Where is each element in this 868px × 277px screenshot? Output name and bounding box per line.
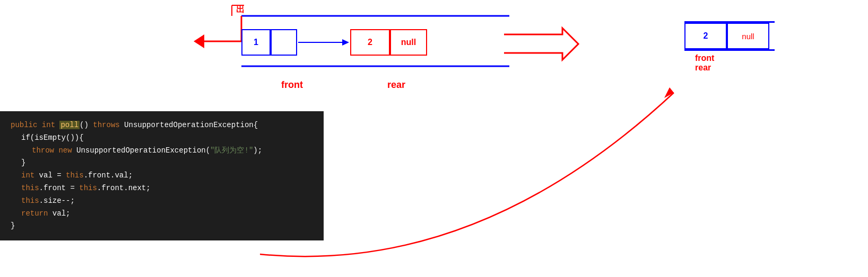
diagram-area: 出 1 2 null front rear 2 null front rear … (0, 0, 868, 277)
code-line-1: public int poll() throws UnsupportedOper… (11, 119, 313, 132)
code-line-9: } (11, 220, 313, 233)
result-node-next: null (727, 23, 769, 49)
node-2: 2 null (350, 29, 427, 56)
svg-marker-6 (342, 39, 349, 46)
result-bottom-line (684, 49, 775, 51)
code-line-6: this.front = this.front.next; (21, 182, 313, 195)
code-line-3: throw new UnsupportedOperationException(… (32, 145, 313, 157)
node1-next (271, 29, 297, 56)
label-rear: rear (387, 79, 405, 91)
result-node-val: 2 (684, 23, 727, 49)
result-label-rear: rear (695, 63, 775, 73)
code-line-2: if(isEmpty()){ (21, 132, 313, 145)
code-line-8: return val; (21, 208, 313, 220)
svg-marker-3 (194, 34, 204, 48)
label-out: 出 (236, 4, 245, 15)
result-queue: 2 null front rear (684, 21, 775, 73)
code-line-7: this.size--; (21, 195, 313, 208)
svg-marker-8 (664, 87, 674, 98)
code-line-5: int val = this.front.val; (21, 169, 313, 182)
label-front: front (281, 79, 303, 91)
node2-val: 2 (350, 29, 390, 56)
svg-rect-7 (504, 36, 562, 52)
node1-val: 1 (241, 29, 271, 56)
result-cells: 2 null (684, 23, 775, 49)
result-label-front: front (695, 53, 775, 63)
code-block: public int poll() throws UnsupportedOper… (0, 111, 324, 240)
node-1: 1 (241, 29, 297, 56)
code-line-4: } (21, 157, 313, 169)
node2-next: null (390, 29, 427, 56)
